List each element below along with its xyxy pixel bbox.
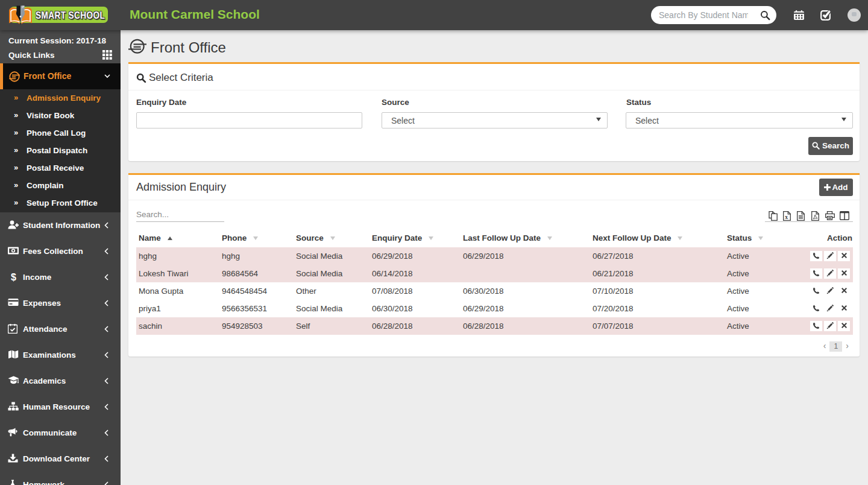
svg-text:$: $ [11,272,16,282]
svg-text:x: x [785,214,788,220]
